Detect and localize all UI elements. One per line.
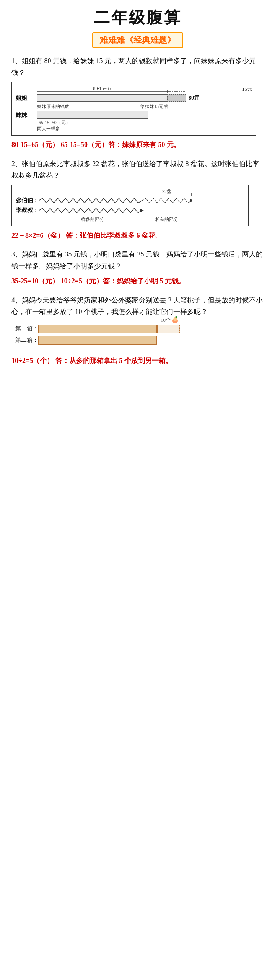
give-annotation: 给妹妹15元后	[140, 103, 168, 110]
question-2: 2、张伯伯原来比李叔叔多 22 盆花，张伯伯送给了李叔叔 8 盆花。这时张伯伯比…	[11, 158, 264, 242]
jiejie-row: 姐姐 80元	[16, 94, 252, 102]
diagram1: 80-15=65 15元 姐姐 80元 妹妹原来的钱数 给妹妹15元后 妹妹 6…	[11, 82, 256, 136]
meimei-bar	[37, 111, 148, 119]
jiejie-bar-main	[37, 94, 167, 102]
q1-answer: 80-15=65（元） 65-15=50（元）答：妹妹原来有 50 元。	[11, 139, 264, 151]
diff-part-label: 相差的部分	[142, 216, 192, 223]
diagram2: 22盆 张伯伯： 李叔叔：	[11, 185, 249, 226]
jiejie-label: 姐姐	[16, 95, 37, 102]
box2-bar	[38, 336, 157, 345]
question-3: 3、妈妈口袋里有 35 元钱，小明口袋里有 25 元钱，妈妈给了小明一些钱后，两…	[11, 248, 264, 287]
svg-text:22盆: 22盆	[162, 189, 171, 194]
box2-row: 第二箱：	[15, 336, 229, 345]
meimei-eq: 65-15=50（元）	[39, 119, 70, 126]
diagram2-bottom-labels: 一样多的部分 相差的部分	[39, 216, 244, 223]
val-80: 80元	[189, 95, 199, 101]
q2-text: 2、张伯伯原来比李叔叔多 22 盆花，张伯伯送给了李叔叔 8 盆花。这时张伯伯比…	[11, 158, 264, 181]
q1-text: 1、姐姐有 80 元钱，给妹妹 15 元，两人的钱数就同样多了，问妹妹原来有多少…	[11, 55, 264, 78]
22-brace-svg: 22盆	[39, 188, 230, 196]
svg-point-15	[175, 316, 177, 318]
q3-answer: 35-25=10（元） 10÷2=5（元）答：妈妈给了小明 5 元钱。	[11, 275, 264, 287]
box1-bar-solid	[38, 325, 157, 333]
q3-text: 3、妈妈口袋里有 35 元钱，小明口袋里有 25 元钱，妈妈给了小明一些钱后，两…	[11, 248, 264, 272]
box1-bar-dashed	[157, 325, 180, 333]
question-1: 1、姐姐有 80 元钱，给妹妹 15 元，两人的钱数就同样多了，问妹妹原来有多少…	[11, 55, 264, 151]
box1-row: 第一箱： 10个	[15, 325, 229, 333]
zhangbob-label: 张伯伯：	[16, 197, 39, 204]
zhangbob-row: 张伯伯：	[16, 196, 244, 205]
lishu-zigzag	[39, 206, 192, 215]
svg-marker-10	[190, 199, 192, 203]
svg-point-13	[173, 317, 177, 321]
question-4: 4、妈妈今天要给爷爷奶奶家和外公外婆家分别送去 2 大箱桃子，但是放的时候不小心…	[11, 294, 264, 367]
box1-label: 第一箱：	[15, 325, 38, 332]
meimei-label: 妹妹	[16, 111, 37, 119]
same-annotation: 两人一样多	[37, 126, 60, 132]
zhangbob-zigzag	[39, 196, 192, 205]
val-15: 15元	[242, 86, 252, 93]
lishu-label: 李叔叔：	[16, 207, 39, 214]
svg-text:80-15=65: 80-15=65	[93, 86, 111, 91]
brace-svg: 80-15=65	[37, 85, 190, 93]
meimei-row: 妹妹 65-15=50（元）	[16, 111, 252, 119]
q4-text: 4、妈妈今天要给爷爷奶奶家和外公外婆家分别送去 2 大箱桃子，但是放的时候不小心…	[11, 294, 264, 318]
jiejie-bar-extra	[167, 94, 186, 102]
lishu-row: 李叔叔：	[16, 206, 244, 215]
q2-answer: 22－8×2=6（盆） 答：张伯伯比李叔叔多 6 盆花.	[11, 229, 264, 242]
svg-marker-11	[140, 209, 144, 212]
same-part-label: 一样多的部分	[39, 216, 142, 223]
q4-answer: 10÷2=5（个） 答：从多的那箱拿出 5 个放到另一箱。	[11, 354, 264, 367]
peach-icon	[171, 316, 179, 324]
meimei-amount-annotation: 妹妹原来的钱数	[37, 103, 69, 110]
ten-annotation: 10个	[161, 316, 179, 324]
box1-divider	[157, 325, 158, 333]
box2-label: 第二箱：	[15, 336, 38, 344]
diagram4: 第一箱： 10个	[11, 322, 233, 351]
section-title: 难难难《经典难题》	[92, 32, 183, 48]
page-title: 二年级腹算	[11, 0, 264, 32]
